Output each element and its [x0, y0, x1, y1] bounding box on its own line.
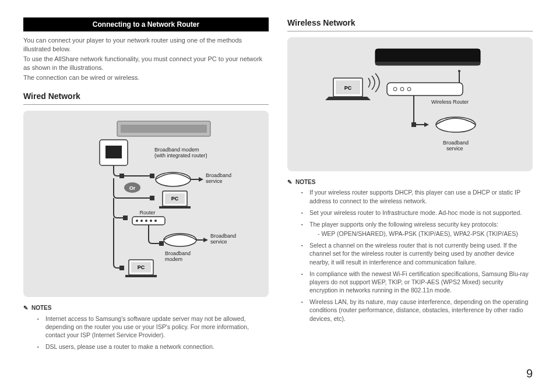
wireless-note-6: Wireless LAN, by its nature, may cause i… [304, 298, 533, 323]
svg-point-15 [136, 220, 138, 222]
wireless-note-4: Select a channel on the wireless router … [304, 241, 533, 266]
label-broadband-modem: Broadbandmodem [165, 250, 191, 262]
svg-rect-23 [119, 266, 124, 270]
wireless-note-1: If your wireless router supports DHCP, t… [304, 188, 533, 204]
wired-notes-label: NOTES [31, 304, 51, 312]
left-column: Connecting to a Network Router You can c… [23, 17, 269, 354]
svg-rect-20 [159, 241, 164, 246]
svg-point-17 [145, 220, 147, 222]
wired-note-1: Internet access to Samsung's software up… [40, 315, 269, 340]
label-modem-integrated: Broadband modem(with integrated router) [154, 147, 207, 158]
svg-rect-3 [105, 146, 122, 158]
svg-rect-5 [150, 174, 154, 178]
wireless-note-3: The player supports only the following w… [304, 220, 533, 238]
wireless-notes-label: NOTES [295, 178, 315, 186]
wireless-router-label: Wireless Router [431, 99, 469, 105]
wireless-note-2: Set your wireless router to Infrastructu… [304, 209, 533, 217]
wired-notes-list: Internet access to Samsung's software up… [23, 315, 269, 351]
wireless-pc-label: PC [344, 85, 351, 91]
svg-rect-9 [150, 196, 154, 200]
svg-rect-12 [159, 206, 191, 209]
svg-rect-1 [121, 125, 207, 133]
wireless-note-5: In compliance with the newest Wi-Fi cert… [304, 270, 533, 295]
pencil-icon: ✎ [23, 304, 28, 312]
pc-label-1: PC [171, 196, 178, 202]
wireless-rule [287, 31, 533, 31]
intro-line-1: You can connect your player to your netw… [23, 36, 269, 54]
intro-line-3: The connection can be wired or wireless. [23, 73, 269, 82]
svg-marker-38 [424, 122, 429, 127]
pc-label-2: PC [137, 264, 145, 270]
svg-point-32 [458, 70, 460, 72]
intro-line-2: To use the AllShare network functionalit… [23, 55, 269, 72]
svg-rect-33 [387, 83, 463, 96]
wireless-note-3-text: The player supports only the following w… [309, 221, 498, 228]
svg-marker-22 [203, 238, 208, 242]
svg-rect-4 [119, 174, 124, 178]
svg-point-16 [140, 220, 143, 222]
wireless-notes-head: ✎ NOTES [287, 178, 533, 186]
wired-diagram: Broadband modem(with integrated router) … [23, 111, 269, 297]
svg-rect-13 [123, 216, 128, 220]
svg-rect-37 [411, 122, 416, 127]
wired-note-2: DSL users, please use a router to make a… [40, 342, 269, 351]
page-number: 9 [526, 366, 533, 382]
or-badge: Or [129, 185, 135, 191]
label-broadband-service-1: Broadbandservice [206, 172, 231, 184]
wireless-broadband-label: Broadbandservice [443, 140, 469, 151]
svg-marker-7 [199, 177, 203, 182]
svg-rect-28 [375, 62, 480, 65]
pencil-icon: ✎ [287, 178, 292, 186]
section-banner: Connecting to a Network Router [23, 17, 269, 31]
svg-rect-26 [125, 275, 157, 277]
svg-point-19 [154, 220, 157, 222]
wireless-diagram: PC Wireless Router Broadbandser [287, 37, 533, 171]
label-broadband-service-2: Broadbandservice [210, 233, 236, 245]
right-column: Wireless Network PC Wi [287, 17, 533, 354]
wireless-protocols: - WEP (OPEN/SHARED), WPA-PSK (TKIP/AES),… [309, 229, 533, 238]
wired-diagram-svg: Broadband modem(with integrated router) … [30, 116, 263, 291]
wireless-diagram-svg: PC Wireless Router Broadbandser [294, 43, 527, 165]
wired-heading: Wired Network [23, 91, 269, 102]
wireless-notes-list: If your wireless router supports DHCP, t… [287, 188, 533, 322]
wired-rule [23, 104, 269, 105]
wireless-heading: Wireless Network [287, 17, 533, 29]
wired-notes-head: ✎ NOTES [23, 304, 269, 312]
router-label: Router [139, 210, 155, 216]
intro-text: You can connect your player to your netw… [23, 36, 269, 82]
svg-point-18 [150, 220, 152, 222]
